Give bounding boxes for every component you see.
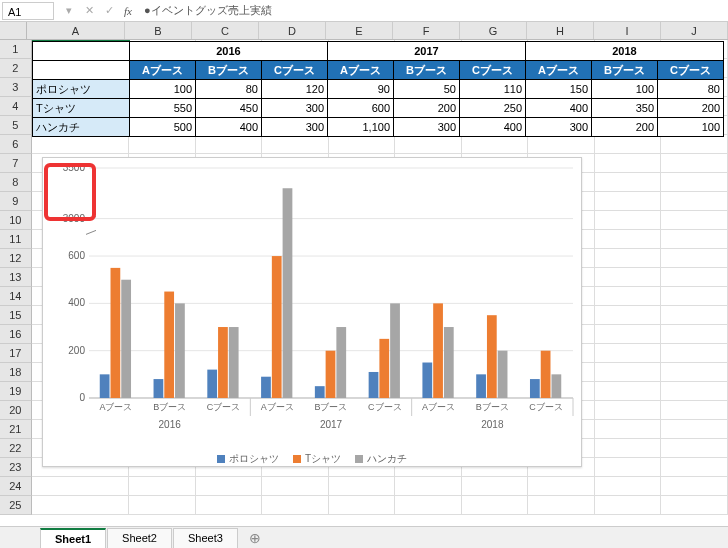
cell[interactable] bbox=[595, 439, 662, 458]
embedded-chart[interactable]: 020040060030003500AブースBブースCブースAブースBブースCブ… bbox=[42, 157, 582, 517]
cell[interactable] bbox=[661, 268, 728, 287]
row-header-24[interactable]: 24 bbox=[0, 477, 32, 496]
svg-text:Aブース: Aブース bbox=[99, 402, 132, 412]
cell[interactable] bbox=[196, 135, 263, 154]
cell[interactable] bbox=[661, 382, 728, 401]
cell[interactable] bbox=[32, 135, 129, 154]
column-header-E[interactable]: E bbox=[326, 22, 393, 39]
cell[interactable] bbox=[661, 173, 728, 192]
cancel-icon[interactable]: ✕ bbox=[80, 4, 98, 17]
row-header-7[interactable]: 7 bbox=[0, 154, 32, 173]
row-header-6[interactable]: 6 bbox=[0, 135, 32, 154]
fx-icon[interactable]: fx bbox=[120, 5, 136, 17]
cell[interactable] bbox=[595, 477, 662, 496]
cell[interactable] bbox=[595, 458, 662, 477]
cell[interactable] bbox=[661, 192, 728, 211]
cell[interactable] bbox=[595, 135, 662, 154]
select-all-corner[interactable] bbox=[0, 22, 27, 39]
cell[interactable] bbox=[661, 401, 728, 420]
cell[interactable] bbox=[661, 344, 728, 363]
cell[interactable] bbox=[595, 192, 662, 211]
cell[interactable] bbox=[395, 135, 462, 154]
spreadsheet-grid[interactable]: ABCDEFGHIJ 12345678910111213141516171819… bbox=[0, 22, 728, 515]
cell[interactable] bbox=[661, 477, 728, 496]
column-header-H[interactable]: H bbox=[527, 22, 594, 39]
row-header-5[interactable]: 5 bbox=[0, 116, 32, 135]
cell[interactable] bbox=[595, 344, 662, 363]
row-header-13[interactable]: 13 bbox=[0, 268, 32, 287]
cell[interactable] bbox=[595, 154, 662, 173]
cell[interactable] bbox=[462, 135, 529, 154]
cell[interactable] bbox=[595, 401, 662, 420]
row-header-11[interactable]: 11 bbox=[0, 230, 32, 249]
data-table[interactable]: 201620172018AブースBブースCブースAブースBブースCブースAブース… bbox=[32, 41, 724, 137]
cell[interactable] bbox=[661, 363, 728, 382]
row-header-4[interactable]: 4 bbox=[0, 97, 32, 116]
row-header-14[interactable]: 14 bbox=[0, 287, 32, 306]
add-sheet-button[interactable]: ⊕ bbox=[239, 530, 271, 546]
formula-value[interactable]: ●イベントグッズ売上実績 bbox=[140, 3, 728, 18]
cell[interactable] bbox=[595, 230, 662, 249]
cell[interactable] bbox=[661, 287, 728, 306]
cell[interactable] bbox=[661, 439, 728, 458]
row-header-2[interactable]: 2 bbox=[0, 59, 32, 78]
cell[interactable] bbox=[129, 135, 196, 154]
cell[interactable] bbox=[661, 496, 728, 515]
cell[interactable] bbox=[661, 154, 728, 173]
row-header-25[interactable]: 25 bbox=[0, 496, 32, 515]
row-header-17[interactable]: 17 bbox=[0, 344, 32, 363]
cell[interactable] bbox=[262, 135, 329, 154]
cell[interactable] bbox=[661, 325, 728, 344]
row-header-21[interactable]: 21 bbox=[0, 420, 32, 439]
column-header-J[interactable]: J bbox=[661, 22, 728, 39]
cell[interactable] bbox=[661, 135, 728, 154]
sheet-tab-sheet1[interactable]: Sheet1 bbox=[40, 528, 106, 548]
column-header-I[interactable]: I bbox=[594, 22, 661, 39]
cell[interactable] bbox=[595, 211, 662, 230]
column-header-F[interactable]: F bbox=[393, 22, 460, 39]
cell[interactable] bbox=[528, 135, 595, 154]
cell[interactable] bbox=[661, 306, 728, 325]
cell[interactable] bbox=[595, 268, 662, 287]
name-box[interactable]: A1 bbox=[2, 2, 54, 20]
cell[interactable] bbox=[595, 382, 662, 401]
row-header-9[interactable]: 9 bbox=[0, 192, 32, 211]
cell[interactable] bbox=[595, 496, 662, 515]
svg-rect-35 bbox=[369, 372, 379, 398]
row-header-1[interactable]: 1 bbox=[0, 40, 32, 59]
cell[interactable] bbox=[595, 249, 662, 268]
column-header-A[interactable]: A bbox=[27, 22, 125, 39]
cell[interactable] bbox=[595, 306, 662, 325]
cell[interactable] bbox=[661, 211, 728, 230]
column-header-D[interactable]: D bbox=[259, 22, 326, 39]
row-header-23[interactable]: 23 bbox=[0, 458, 32, 477]
row-header-20[interactable]: 20 bbox=[0, 401, 32, 420]
cell[interactable] bbox=[595, 363, 662, 382]
cell[interactable] bbox=[595, 420, 662, 439]
row-header-8[interactable]: 8 bbox=[0, 173, 32, 192]
cell[interactable] bbox=[661, 458, 728, 477]
row-header-22[interactable]: 22 bbox=[0, 439, 32, 458]
cell[interactable] bbox=[595, 287, 662, 306]
cell[interactable] bbox=[661, 249, 728, 268]
row-header-16[interactable]: 16 bbox=[0, 325, 32, 344]
sheet-tab-sheet2[interactable]: Sheet2 bbox=[107, 528, 172, 548]
dropdown-icon[interactable]: ▾ bbox=[60, 4, 78, 17]
cell[interactable] bbox=[661, 420, 728, 439]
row-header-3[interactable]: 3 bbox=[0, 78, 32, 97]
cell[interactable] bbox=[595, 325, 662, 344]
row-header-10[interactable]: 10 bbox=[0, 211, 32, 230]
cell[interactable] bbox=[661, 230, 728, 249]
row-header-19[interactable]: 19 bbox=[0, 382, 32, 401]
row-header-18[interactable]: 18 bbox=[0, 363, 32, 382]
svg-text:600: 600 bbox=[68, 250, 85, 261]
cell[interactable] bbox=[595, 173, 662, 192]
column-header-B[interactable]: B bbox=[125, 22, 192, 39]
row-header-15[interactable]: 15 bbox=[0, 306, 32, 325]
column-header-C[interactable]: C bbox=[192, 22, 259, 39]
column-header-G[interactable]: G bbox=[460, 22, 527, 39]
sheet-tab-sheet3[interactable]: Sheet3 bbox=[173, 528, 238, 548]
row-header-12[interactable]: 12 bbox=[0, 249, 32, 268]
confirm-icon[interactable]: ✓ bbox=[100, 4, 118, 17]
cell[interactable] bbox=[329, 135, 396, 154]
